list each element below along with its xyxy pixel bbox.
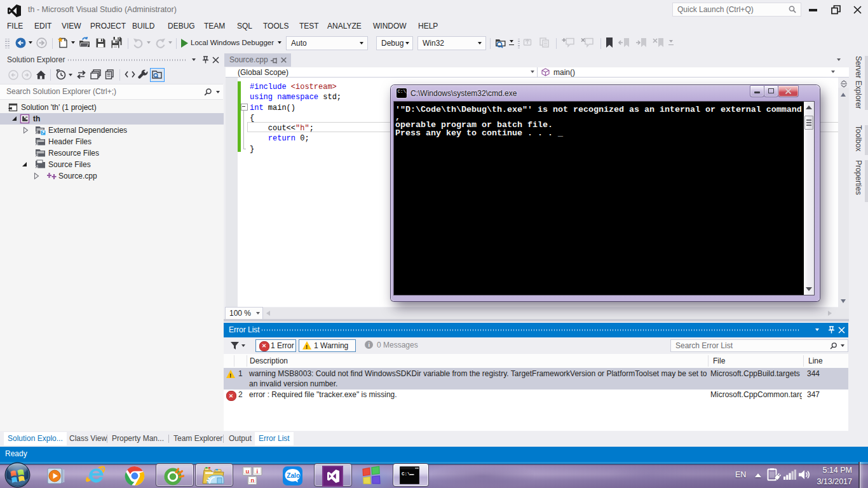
- svg-text:Zalo: Zalo: [287, 472, 300, 479]
- svg-text:n: n: [251, 477, 255, 484]
- svg-text:u: u: [246, 468, 250, 475]
- svg-text:i: i: [257, 468, 259, 475]
- svg-text:C:\: C:\: [402, 471, 410, 477]
